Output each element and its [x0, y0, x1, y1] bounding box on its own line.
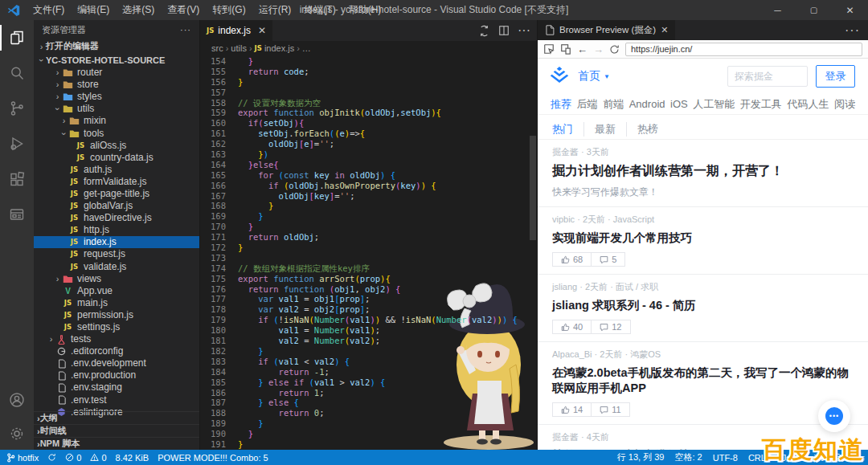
- article-title[interactable]: jsliang 求职系列 - 46 - 简历: [552, 298, 854, 313]
- project-root-row[interactable]: › YC-STORE-HOTEL-SOURCE: [34, 53, 199, 67]
- editor-scrollbar[interactable]: [530, 136, 536, 240]
- menu-item-7[interactable]: 帮助(H): [342, 0, 388, 20]
- sidebar-section-1[interactable]: ›时间线: [34, 424, 199, 437]
- tree-item-settings.js[interactable]: JSsettings.js: [34, 321, 199, 333]
- menu-item-4[interactable]: 转到(G): [206, 0, 252, 20]
- like-button[interactable]: 68: [552, 252, 592, 267]
- status-right-item-1[interactable]: 空格: 2: [675, 451, 702, 463]
- browser-preview-icon[interactable]: [0, 197, 34, 232]
- sidebar-section-0[interactable]: ›大纲: [34, 411, 199, 424]
- juejin-nav-2[interactable]: 前端: [603, 97, 624, 112]
- tree-item-utils[interactable]: ›utils: [34, 103, 199, 115]
- tree-item-router[interactable]: ›router: [34, 67, 199, 79]
- status-item-sync-1[interactable]: [47, 453, 56, 462]
- menu-item-3[interactable]: 查看(V): [161, 0, 206, 20]
- more-actions-icon[interactable]: ···: [518, 23, 530, 38]
- juejin-feed-tab-2[interactable]: 热榜: [626, 122, 669, 137]
- tree-item-.env.test[interactable]: .env.test: [34, 394, 199, 406]
- preview-more-actions[interactable]: ···: [845, 23, 868, 38]
- juejin-logo-icon[interactable]: [549, 67, 570, 86]
- article-0[interactable]: 掘金酱 · 3天前掘力计划创作者训练营第一期，开营了！快来学习写作爆款文章！: [538, 140, 868, 207]
- chat-float-button[interactable]: •••: [818, 400, 850, 432]
- preview-tab-close-icon[interactable]: ✕: [661, 25, 668, 35]
- comment-button[interactable]: 5: [592, 252, 625, 267]
- status-item-label-4[interactable]: 8.42 KiB: [116, 453, 149, 463]
- juejin-nav-0[interactable]: 推荐: [551, 97, 571, 112]
- status-item-error-2[interactable]: 0: [65, 453, 81, 463]
- explorer-more-actions[interactable]: ···: [180, 25, 191, 35]
- tree-item-get-page-title.js[interactable]: JSget-page-title.js: [34, 188, 199, 200]
- tree-item-.editorconfig[interactable]: .editorconfig: [34, 345, 199, 357]
- juejin-nav-6[interactable]: 开发工具: [740, 97, 782, 112]
- explorer-icon[interactable]: [0, 20, 34, 55]
- status-right-item-2[interactable]: UTF-8: [713, 453, 738, 463]
- juejin-home-menu[interactable]: 首页 ▼: [578, 69, 610, 84]
- split-editor-icon[interactable]: [498, 25, 510, 36]
- extensions-icon[interactable]: [0, 161, 34, 197]
- tree-item-mixin[interactable]: ›mixin: [34, 115, 199, 127]
- comment-button[interactable]: 12: [592, 320, 630, 334]
- article-title[interactable]: 实现前端开发几个常用技巧: [552, 230, 854, 246]
- tree-item-index.js[interactable]: JSindex.js: [34, 236, 199, 248]
- juejin-nav-8[interactable]: 阅读: [834, 97, 855, 112]
- juejin-nav-1[interactable]: 后端: [577, 97, 598, 112]
- tree-item-tests[interactable]: ›tests: [34, 333, 199, 345]
- run-debug-icon[interactable]: [0, 126, 34, 161]
- tree-item-tools[interactable]: ›tools: [34, 127, 199, 139]
- inspect-element-icon[interactable]: [543, 43, 555, 55]
- code-area[interactable]: 154 }155 return code;156}157158// 设置对象数据…: [200, 55, 537, 450]
- account-icon[interactable]: [0, 382, 34, 418]
- tree-item-App.vue[interactable]: VApp.vue: [34, 285, 199, 297]
- juejin-login-button[interactable]: 登录: [816, 65, 855, 88]
- tree-item-request.js[interactable]: JSrequest.js: [34, 248, 199, 260]
- breadcrumb[interactable]: src›utils›JSindex.js›…: [200, 41, 537, 55]
- article-title[interactable]: 掘力计划创作者训练营第一期，开营了！: [552, 163, 854, 180]
- source-control-icon[interactable]: [0, 91, 34, 126]
- article-title[interactable]: 在鸿蒙2.0beta手机版发布的第二天，我写了一个鸿蒙的物联网应用手机APP: [552, 365, 854, 396]
- juejin-nav-7[interactable]: 代码人生: [787, 97, 829, 112]
- comment-button[interactable]: 11: [592, 402, 629, 417]
- tree-item-auth.js[interactable]: JSauth.js: [34, 164, 199, 176]
- search-icon[interactable]: [0, 55, 34, 91]
- tree-item-.env.staging[interactable]: .env.staging: [34, 381, 199, 394]
- article-2[interactable]: jsliang · 2天前 · 面试 / 求职jsliang 求职系列 - 46…: [538, 275, 868, 342]
- forward-icon[interactable]: →: [593, 44, 604, 55]
- open-changes-icon[interactable]: [478, 25, 490, 37]
- menu-item-6[interactable]: 终端(T): [297, 0, 342, 20]
- device-toggle-icon[interactable]: [560, 43, 571, 55]
- status-item-warning-3[interactable]: 0: [90, 453, 106, 463]
- breadcrumb-item-3[interactable]: …: [302, 43, 311, 53]
- menu-item-1[interactable]: 编辑(E): [71, 0, 116, 20]
- juejin-feed-tab-1[interactable]: 最新: [583, 122, 626, 137]
- breadcrumb-item-2[interactable]: index.js: [264, 43, 294, 53]
- tree-item-store[interactable]: ›store: [34, 79, 199, 91]
- reload-icon[interactable]: [609, 44, 620, 55]
- tab-close-icon[interactable]: ✕: [258, 25, 266, 36]
- menu-item-2[interactable]: 选择(S): [116, 0, 161, 20]
- tree-item-styles[interactable]: ›styles: [34, 91, 199, 103]
- juejin-nav-5[interactable]: 人工智能: [693, 97, 735, 112]
- juejin-search-input[interactable]: [727, 66, 808, 87]
- tree-item-main.js[interactable]: JSmain.js: [34, 297, 199, 309]
- status-item-label-5[interactable]: POWER MODE!!! Combo: 5: [158, 453, 268, 463]
- juejin-nav-3[interactable]: Android: [629, 98, 665, 110]
- url-input[interactable]: [625, 43, 862, 56]
- tree-item-globalVar.js[interactable]: JSglobalVar.js: [34, 200, 199, 212]
- tree-item-http.js[interactable]: JShttp.js: [34, 224, 199, 236]
- sidebar-section-2[interactable]: ›NPM 脚本: [34, 437, 199, 450]
- breadcrumb-item-1[interactable]: utils: [231, 43, 247, 53]
- back-icon[interactable]: ←: [577, 44, 588, 55]
- breadcrumb-item-0[interactable]: src: [211, 43, 223, 53]
- tree-item-formValidate.js[interactable]: JSformValidate.js: [34, 176, 199, 188]
- tree-item-aliOss.js[interactable]: JSaliOss.js: [34, 140, 199, 152]
- article-1[interactable]: vipbic · 2天前 · JavaScript实现前端开发几个常用技巧685: [538, 207, 868, 275]
- like-button[interactable]: 40: [552, 320, 592, 334]
- tree-item-haveDirective.js[interactable]: JShaveDirective.js: [34, 212, 199, 224]
- tree-item-country-data.js[interactable]: JScountry-data.js: [34, 152, 199, 164]
- maximize-button[interactable]: ▢: [796, 0, 832, 20]
- status-item-branch-0[interactable]: hotfix: [6, 453, 39, 463]
- menu-item-5[interactable]: 运行(R): [252, 0, 298, 20]
- juejin-nav-4[interactable]: iOS: [670, 98, 688, 110]
- tree-item-validate.js[interactable]: JSvalidate.js: [34, 261, 199, 273]
- open-editors-section[interactable]: › 打开的编辑器: [34, 39, 199, 53]
